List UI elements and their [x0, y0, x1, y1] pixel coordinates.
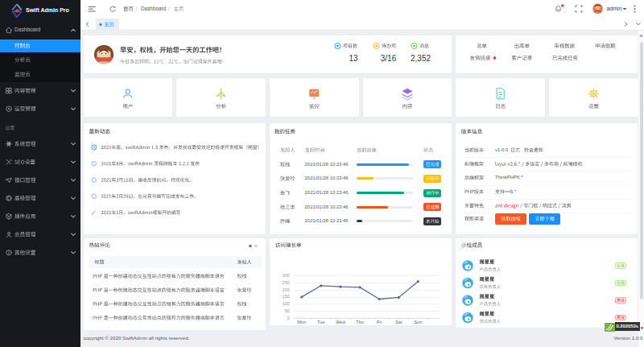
svg-text:copyright © 2020 SwiftAdmin al: copyright © 2020 SwiftAdmin all rights r…: [84, 335, 190, 341]
